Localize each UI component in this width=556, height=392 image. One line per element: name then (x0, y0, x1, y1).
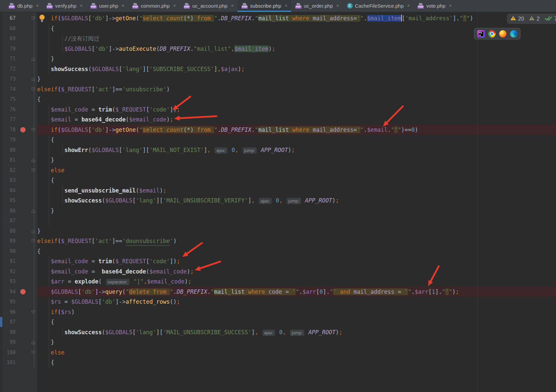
line-number[interactable]: 85 (10, 196, 16, 206)
gutter-cell[interactable]: 98 (0, 327, 37, 338)
code-text[interactable]: } (37, 54, 556, 64)
gutter-cell[interactable]: 75 (0, 94, 37, 105)
gutter-cell[interactable]: 92 (0, 267, 37, 277)
code-text[interactable]: send_unsubscribe_mail($email); (37, 186, 556, 196)
line-number[interactable]: 71 (10, 54, 16, 64)
tab-close-icon[interactable]: ✕ (122, 4, 125, 8)
code-text[interactable]: $email_code = base64_decode($email_code)… (37, 267, 556, 277)
tab-user.php[interactable]: PHPuser.php✕ (86, 0, 128, 12)
code-text[interactable]: $email = base64_decode($email_code); (37, 115, 556, 125)
tab-verify.php[interactable]: PHPverify.php✕ (43, 0, 86, 12)
fold-marker-icon[interactable] (31, 239, 36, 243)
tab-close-icon[interactable]: ✕ (231, 4, 234, 8)
fold-marker-icon[interactable] (31, 350, 36, 354)
gutter-cell[interactable]: 88 (0, 226, 37, 236)
tab-uc_account.php[interactable]: PHPuc_account.php✕ (180, 0, 237, 12)
gutter-cell[interactable]: 91 (0, 256, 37, 267)
line-number[interactable]: 93 (10, 276, 16, 287)
fold-marker-icon[interactable] (31, 310, 36, 314)
code-text[interactable]: $email_code = trim($_REQUEST['code']); (37, 256, 556, 267)
gutter-cell[interactable]: 101 (0, 357, 37, 368)
code-text[interactable]: } (37, 74, 556, 84)
code-text[interactable]: $email_code = trim($_REQUEST['code']); (37, 105, 556, 115)
fold-marker-icon[interactable] (31, 208, 36, 213)
gutter-cell[interactable]: 78 (0, 125, 37, 135)
code-text[interactable]: $GLOBALS['db']->autoExecute(DB_PREFIX."m… (37, 44, 556, 54)
fold-marker-icon[interactable] (31, 56, 36, 61)
line-number[interactable]: 100 (7, 348, 16, 358)
gutter-cell[interactable]: 74 (0, 84, 37, 95)
line-number[interactable]: 89 (10, 236, 16, 246)
line-number[interactable]: 101 (7, 357, 16, 368)
fold-marker-icon[interactable] (31, 168, 36, 172)
gutter-cell[interactable]: 68 (0, 24, 37, 34)
code-text[interactable]: $arr = explode( separator: "|",$email_co… (37, 276, 556, 287)
line-number[interactable]: 96 (10, 307, 16, 317)
code-text[interactable]: else (37, 165, 556, 176)
line-number[interactable]: 76 (10, 105, 16, 115)
code-text[interactable]: { (37, 175, 556, 186)
code-text[interactable]: else (37, 348, 556, 358)
gutter-cell[interactable]: 80 (0, 145, 37, 155)
gutter-cell[interactable]: 77 (0, 115, 37, 125)
gutter-cell[interactable]: 94 (0, 287, 37, 297)
code-text[interactable]: $GLOBALS['db']->query("delete from ".DB_… (37, 287, 556, 297)
line-number[interactable]: 95 (10, 297, 16, 307)
gutter-cell[interactable]: 97 (0, 317, 37, 327)
gutter-cell[interactable]: 96 (0, 307, 37, 317)
code-text[interactable]: $rs = $GLOBALS['db']->affected_rows(); (37, 297, 556, 307)
editor[interactable]: 67 if($GLOBALS['db']->getOne("select cou… (0, 12, 556, 392)
gutter-cell[interactable]: 86 (0, 206, 37, 216)
code-text[interactable]: if($GLOBALS['db']->getOne("select count(… (37, 125, 556, 135)
tab-CacheFileService.php[interactable]: CCacheFileService.php✕ (343, 0, 414, 12)
code-text[interactable]: { (37, 94, 556, 105)
line-number[interactable]: 79 (10, 135, 16, 145)
tab-db.php[interactable]: PHPdb.php✕ (5, 0, 43, 12)
code-text[interactable]: elseif($_REQUEST['act']=='dounsubscribe'… (37, 236, 556, 246)
tab-subscribe.php[interactable]: PHPsubscribe.php✕ (237, 0, 291, 12)
line-number[interactable]: 91 (10, 256, 16, 267)
gutter-cell[interactable]: 76 (0, 105, 37, 115)
line-number[interactable]: 77 (10, 115, 16, 125)
gutter-cell[interactable]: 99 (0, 337, 37, 348)
gutter-cell[interactable]: 90 (0, 246, 37, 257)
code-text[interactable]: } (37, 155, 556, 165)
code-text[interactable] (37, 216, 556, 226)
gutter-cell[interactable]: 72 (0, 64, 37, 74)
fold-marker-icon[interactable] (31, 158, 36, 162)
intention-bulb-icon[interactable] (39, 14, 45, 26)
line-number[interactable]: 80 (10, 145, 16, 155)
gutter-cell[interactable]: 85 (0, 196, 37, 206)
fold-marker-icon[interactable] (31, 87, 36, 91)
line-number[interactable]: 68 (10, 24, 16, 34)
edge-icon[interactable] (510, 30, 517, 38)
code-text[interactable]: if($rs) (37, 307, 556, 317)
code-text[interactable]: } (37, 206, 556, 216)
tab-close-icon[interactable]: ✕ (449, 4, 452, 8)
code-text[interactable]: } (37, 337, 556, 348)
line-number[interactable]: 98 (10, 327, 16, 338)
line-number[interactable]: 90 (10, 246, 16, 257)
fold-marker-icon[interactable] (31, 16, 36, 20)
tab-vote.php[interactable]: PHPvote.php✕ (414, 0, 455, 12)
fold-marker-icon[interactable] (31, 127, 36, 132)
tab-close-icon[interactable]: ✕ (36, 4, 39, 8)
tab-close-icon[interactable]: ✕ (285, 4, 288, 8)
gutter-cell[interactable]: 89 (0, 236, 37, 246)
gutter-cell[interactable]: 87 (0, 216, 37, 226)
gutter-cell[interactable]: 100 (0, 348, 37, 358)
line-number[interactable]: 97 (10, 317, 16, 327)
gutter-cell[interactable]: 70 (0, 44, 37, 54)
line-number[interactable]: 74 (10, 84, 16, 95)
line-number[interactable]: 73 (10, 74, 16, 84)
line-number[interactable]: 94 (10, 287, 16, 297)
gutter-cell[interactable]: 71 (0, 54, 37, 64)
gutter-cell[interactable]: 79 (0, 135, 37, 145)
line-number[interactable]: 82 (10, 165, 16, 176)
code-text[interactable]: showSuccess($GLOBALS['lang']['SUBSCRIBE_… (37, 64, 556, 74)
line-number[interactable]: 86 (10, 206, 16, 216)
code-text[interactable]: } (37, 226, 556, 236)
line-number[interactable]: 72 (10, 64, 16, 74)
line-number[interactable]: 92 (10, 267, 16, 277)
gutter-cell[interactable]: 81 (0, 155, 37, 165)
